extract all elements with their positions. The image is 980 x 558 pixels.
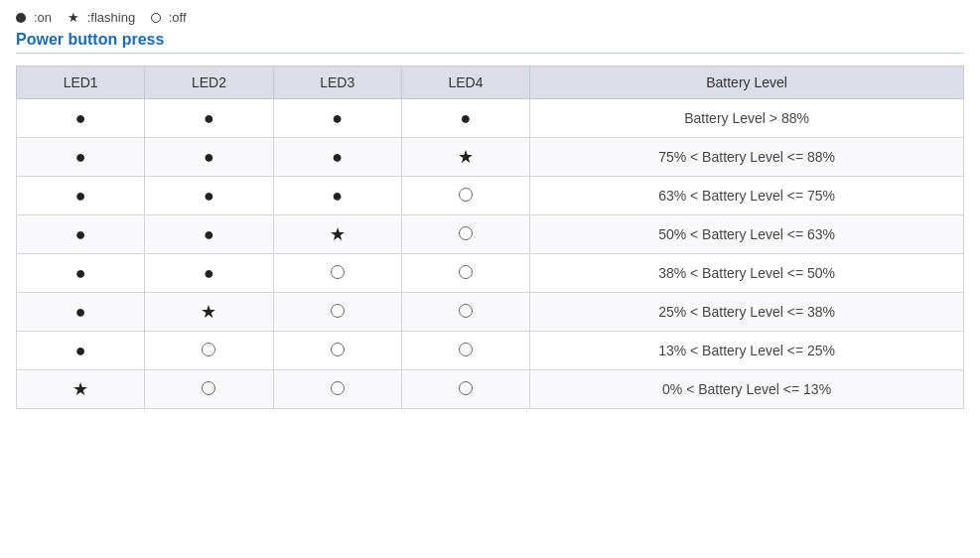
cell-battery-row6: 13% < Battery Level <= 25% [530,332,964,370]
led-on-icon: ● [75,224,86,244]
table-row: ●●38% < Battery Level <= 50% [17,254,964,293]
led-on-icon: ● [332,147,343,167]
led-flashing-icon: ★ [72,379,88,399]
led-on-icon: ● [75,147,86,167]
cell-led1-row5: ● [17,293,145,332]
section-title: Power button press [16,31,964,54]
led-off-icon [202,343,215,356]
table-header-row: LED1 LED2 LED3 LED4 Battery Level [17,67,964,99]
led-flashing-icon: ★ [201,302,216,322]
led-on-icon: ● [204,224,214,244]
cell-led4-row7 [401,370,529,409]
led-on-icon: ● [204,186,214,206]
cell-led4-row1: ★ [401,138,529,177]
legend-off-label: :off [169,10,187,25]
cell-led3-row4 [273,254,401,293]
cell-led3-row7 [273,370,401,409]
table-row: ●●●63% < Battery Level <= 75% [17,177,964,215]
led-on-icon: ● [75,186,86,206]
col-led3: LED3 [273,67,401,99]
led-on-icon: ● [461,108,472,128]
cell-led4-row5 [401,293,529,332]
led-on-icon: ● [75,341,86,360]
led-on-icon: ● [332,186,343,206]
cell-led1-row3: ● [17,215,145,254]
cell-led1-row6: ● [17,332,145,370]
cell-battery-row5: 25% < Battery Level <= 38% [530,293,964,332]
cell-led4-row6 [401,332,529,370]
cell-led3-row2: ● [273,177,401,215]
col-led1: LED1 [17,67,145,99]
led-off-icon [459,381,473,395]
led-off-icon [331,381,345,395]
led-off-icon [459,265,473,279]
cell-battery-row4: 38% < Battery Level <= 50% [530,254,964,293]
col-led4: LED4 [401,67,529,99]
legend-flashing-icon: ★ [68,10,79,25]
cell-led2-row2: ● [145,177,273,215]
cell-battery-row1: 75% < Battery Level <= 88% [530,138,964,177]
cell-led2-row7 [145,370,273,409]
table-row: ●●★50% < Battery Level <= 63% [17,215,964,254]
cell-led2-row1: ● [145,138,273,177]
cell-battery-row3: 50% < Battery Level <= 63% [530,215,964,254]
cell-led2-row0: ● [145,99,273,138]
led-off-icon [459,188,473,202]
led-on-icon: ● [204,147,214,167]
cell-led1-row1: ● [17,138,145,177]
legend-flashing-label: :flashing [87,10,135,25]
cell-battery-row2: 63% < Battery Level <= 75% [530,177,964,215]
led-on-icon: ● [75,302,86,322]
cell-battery-row0: Battery Level > 88% [530,99,964,138]
table-row: ●●●●Battery Level > 88% [17,99,964,138]
battery-table: LED1 LED2 LED3 LED4 Battery Level ●●●●Ba… [16,66,964,409]
cell-led4-row3 [401,215,529,254]
cell-led1-row2: ● [17,177,145,215]
led-on-icon: ● [332,108,343,128]
cell-led2-row3: ● [145,215,273,254]
legend-off-icon [151,13,161,23]
led-on-icon: ● [75,263,86,283]
col-battery: Battery Level [530,67,964,99]
cell-led3-row5 [273,293,401,332]
led-off-icon [202,381,215,395]
legend-on-label: :on [34,10,52,25]
led-off-icon [459,343,473,356]
led-on-icon: ● [75,108,86,128]
led-off-icon [331,343,345,356]
col-led2: LED2 [145,67,273,99]
legend-on-icon [16,13,26,23]
cell-led1-row7: ★ [17,370,145,409]
led-flashing-icon: ★ [458,147,474,167]
cell-led2-row6 [145,332,273,370]
table-row: ●13% < Battery Level <= 25% [17,332,964,370]
cell-led4-row2 [401,177,529,215]
cell-led1-row0: ● [17,99,145,138]
table-row: ★0% < Battery Level <= 13% [17,370,964,409]
cell-led3-row1: ● [273,138,401,177]
cell-led3-row0: ● [273,99,401,138]
led-on-icon: ● [204,263,214,283]
led-off-icon [459,226,473,240]
led-flashing-icon: ★ [330,224,346,244]
table-row: ●●●★75% < Battery Level <= 88% [17,138,964,177]
led-off-icon [331,304,345,318]
cell-led3-row3: ★ [273,215,401,254]
cell-led3-row6 [273,332,401,370]
cell-led1-row4: ● [17,254,145,293]
led-off-icon [331,265,345,279]
cell-led2-row4: ● [145,254,273,293]
table-row: ●★25% < Battery Level <= 38% [17,293,964,332]
cell-led4-row0: ● [401,99,529,138]
cell-led4-row4 [401,254,529,293]
led-on-icon: ● [204,108,214,128]
led-off-icon [459,304,473,318]
legend-row: :on ★ :flashing :off [16,10,964,25]
cell-led2-row5: ★ [145,293,273,332]
cell-battery-row7: 0% < Battery Level <= 13% [530,370,964,409]
